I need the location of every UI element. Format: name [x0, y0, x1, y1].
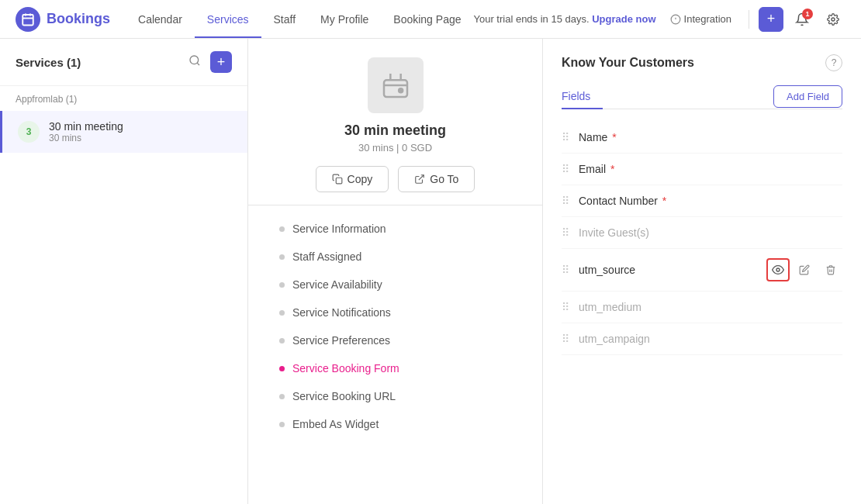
svg-rect-12	[336, 178, 342, 184]
field-label-utm-campaign: utm_campaign	[579, 333, 842, 345]
sidebar-add-btn[interactable]: +	[210, 51, 232, 73]
service-detail-meta: 30 mins | 0 SGD	[358, 142, 432, 154]
upgrade-link[interactable]: Upgrade now	[592, 13, 655, 25]
tab-fields[interactable]: Fields	[562, 84, 603, 109]
trial-notice: Your trial ends in 15 days. Upgrade now	[473, 13, 655, 25]
field-label-name: Name *	[579, 131, 842, 143]
service-detail: 30 min meeting 30 mins | 0 SGD Copy Go T…	[248, 39, 542, 205]
nav-right: Integration + 1	[662, 7, 845, 32]
nav-dot	[279, 394, 285, 399]
service-info: 30 min meeting 30 mins	[49, 120, 232, 143]
kyc-header: Know Your Customers ?	[562, 54, 842, 71]
nav-dot	[279, 310, 285, 316]
copy-btn[interactable]: Copy	[316, 166, 389, 192]
svg-rect-0	[22, 15, 33, 26]
service-icon	[368, 57, 424, 113]
app-logo[interactable]: Bookings	[16, 7, 110, 32]
add-field-btn[interactable]: Add Field	[773, 85, 842, 108]
nav-dot	[279, 282, 285, 288]
drag-handle[interactable]: ⠿	[562, 333, 569, 345]
svg-line-9	[197, 63, 199, 65]
fields-list: ⠿ Name * ⠿ Email * ⠿ Contact Number *	[562, 122, 842, 355]
field-row-email: ⠿ Email *	[562, 154, 842, 185]
nav-calendar[interactable]: Calendar	[126, 0, 195, 38]
service-badge: 3	[18, 121, 40, 143]
integration-btn[interactable]: Integration	[662, 7, 739, 32]
nav-service-booking-form[interactable]: Service Booking Form	[248, 354, 542, 382]
field-label-email: Email *	[579, 163, 842, 175]
add-new-btn[interactable]: +	[759, 7, 783, 32]
sidebar-actions: +	[185, 51, 232, 73]
main-layout: Services (1) + Appfromlab (1) 3 30 min m…	[0, 39, 861, 504]
service-nav: Service Information Staff Assigned Servi…	[248, 205, 542, 504]
service-item[interactable]: 3 30 min meeting 30 mins	[0, 111, 247, 153]
right-panel: Know Your Customers ? Fields Add Field ⠿…	[543, 39, 861, 504]
nav-service-preferences[interactable]: Service Preferences	[248, 326, 542, 354]
content-panel: 30 min meeting 30 mins | 0 SGD Copy Go T…	[248, 39, 861, 504]
service-detail-actions: Copy Go To	[316, 166, 475, 192]
svg-point-11	[399, 88, 403, 92]
sidebar-search-btn[interactable]	[185, 51, 204, 73]
nav-divider	[749, 10, 749, 29]
sidebar: Services (1) + Appfromlab (1) 3 30 min m…	[0, 39, 248, 504]
service-detail-name: 30 min meeting	[344, 123, 446, 139]
drag-handle[interactable]: ⠿	[562, 301, 569, 313]
content-area: 30 min meeting 30 mins | 0 SGD Copy Go T…	[248, 39, 861, 504]
logo-icon	[16, 7, 40, 32]
sidebar-group-label: Appfromlab (1)	[0, 86, 247, 111]
nav-myprofile[interactable]: My Profile	[308, 0, 381, 38]
field-label-utm-medium: utm_medium	[579, 301, 842, 313]
notifications-btn[interactable]: 1	[790, 7, 814, 32]
nav-service-booking-url[interactable]: Service Booking URL	[248, 382, 542, 410]
drag-handle[interactable]: ⠿	[562, 226, 569, 239]
field-row-utm-medium: ⠿ utm_medium	[562, 292, 842, 323]
service-name: 30 min meeting	[49, 120, 232, 133]
kyc-tabs: Fields Add Field	[562, 84, 842, 109]
nav-dot	[279, 254, 285, 260]
notif-badge: 1	[802, 9, 813, 19]
drag-handle[interactable]: ⠿	[562, 163, 569, 175]
delete-field-btn[interactable]	[819, 258, 842, 281]
field-row-name: ⠿ Name *	[562, 122, 842, 154]
field-row-invite-guests: ⠿ Invite Guest(s)	[562, 217, 842, 249]
nav-staff-assigned[interactable]: Staff Assigned	[248, 243, 542, 271]
field-actions-utm-source	[766, 258, 842, 281]
sidebar-title: Services (1)	[16, 56, 81, 69]
visibility-toggle-btn[interactable]	[766, 258, 790, 281]
svg-point-14	[776, 268, 780, 271]
svg-point-8	[190, 56, 199, 64]
top-nav: Bookings Calendar Services Staff My Prof…	[0, 0, 861, 39]
app-name: Bookings	[47, 11, 110, 27]
field-label-contact-number: Contact Number *	[579, 195, 842, 207]
nav-links: Calendar Services Staff My Profile Booki…	[126, 0, 473, 38]
kyc-help-btn[interactable]: ?	[825, 54, 842, 71]
nav-service-notifications[interactable]: Service Notifications	[248, 299, 542, 326]
nav-staff[interactable]: Staff	[261, 0, 309, 38]
service-duration: 30 mins	[49, 133, 232, 143]
edit-field-btn[interactable]	[793, 258, 816, 281]
nav-services[interactable]: Services	[195, 0, 261, 38]
svg-line-13	[419, 175, 424, 180]
nav-bookingpage[interactable]: Booking Page	[381, 0, 473, 38]
field-row-utm-campaign: ⠿ utm_campaign	[562, 323, 842, 355]
nav-dot	[279, 226, 285, 232]
goto-btn[interactable]: Go To	[398, 166, 475, 192]
drag-handle[interactable]: ⠿	[562, 131, 569, 143]
sidebar-header: Services (1) +	[0, 39, 247, 86]
left-panel: 30 min meeting 30 mins | 0 SGD Copy Go T…	[248, 39, 543, 504]
kyc-title: Know Your Customers	[562, 56, 694, 70]
svg-rect-10	[384, 80, 407, 97]
settings-btn[interactable]	[821, 7, 845, 32]
nav-dot	[279, 338, 285, 343]
field-row-contact-number: ⠿ Contact Number *	[562, 185, 842, 217]
drag-handle[interactable]: ⠿	[562, 195, 569, 207]
svg-point-7	[832, 18, 835, 21]
nav-service-availability[interactable]: Service Availability	[248, 271, 542, 299]
drag-handle[interactable]: ⠿	[562, 264, 569, 276]
nav-service-information[interactable]: Service Information	[248, 215, 542, 243]
nav-dot	[279, 422, 285, 427]
nav-dot	[279, 366, 285, 371]
field-label-utm-source: utm_source	[579, 264, 760, 276]
field-row-utm-source: ⠿ utm_source	[562, 249, 842, 292]
nav-embed-as-widget[interactable]: Embed As Widget	[248, 410, 542, 438]
